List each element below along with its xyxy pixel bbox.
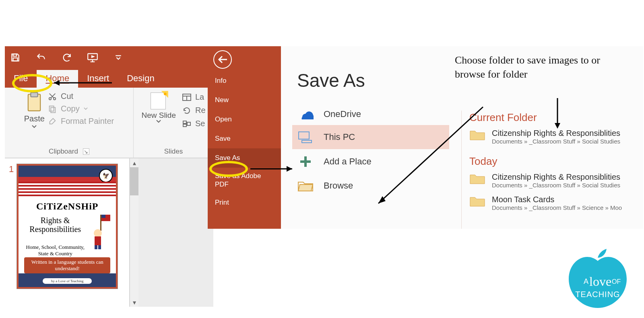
svg-rect-28 — [95, 236, 101, 245]
thumbnail-scrollbar[interactable]: ▴ ▾ — [130, 158, 138, 307]
slide-number: 1 — [9, 164, 14, 301]
cut-button[interactable]: Cut — [48, 92, 114, 101]
seal-icon: 🦅 — [99, 169, 113, 183]
chevron-down-icon[interactable] — [32, 125, 37, 128]
customize-qat-icon[interactable] — [111, 54, 126, 61]
layout-button[interactable]: La — [182, 92, 206, 102]
folder-item[interactable]: Moon Task Cards Documents » _Classroom S… — [469, 193, 622, 215]
ribbon-group-slides: New Slide La Re Se — [134, 88, 213, 158]
folder-item[interactable]: Citizenship Rights & Responsiblities Doc… — [469, 126, 622, 149]
onedrive-icon — [297, 109, 314, 119]
svg-rect-24 — [100, 215, 101, 231]
layout-icon — [182, 94, 191, 101]
svg-text:TEACHING: TEACHING — [575, 290, 620, 299]
reset-button[interactable]: Re — [182, 106, 206, 115]
chevron-down-icon[interactable] — [156, 120, 161, 123]
reset-icon — [182, 107, 191, 114]
flag-stripes — [19, 182, 116, 197]
tab-home[interactable]: Home — [37, 70, 78, 88]
tab-insert[interactable]: Insert — [78, 70, 118, 88]
onedrive-label: OneDrive — [324, 109, 361, 119]
folder-icon — [297, 180, 314, 192]
location-browse[interactable]: Browse — [292, 174, 449, 197]
svg-rect-1 — [13, 58, 18, 61]
backstage-new[interactable]: New — [208, 90, 281, 110]
svg-rect-23 — [187, 122, 190, 125]
backstage-save-as[interactable]: Save As — [208, 148, 281, 168]
slide-credit-text: by a Love of Teaching — [43, 278, 92, 284]
layout-label: La — [195, 92, 204, 102]
folder-icon — [469, 129, 485, 141]
backstage-save-adobe[interactable]: Save as Adobe PDF — [208, 168, 281, 193]
svg-rect-14 — [51, 107, 55, 113]
back-arrow-icon — [217, 55, 228, 64]
svg-rect-22 — [183, 124, 186, 127]
back-button[interactable] — [213, 50, 232, 69]
svg-rect-15 — [151, 93, 166, 109]
save-icon[interactable] — [8, 52, 23, 63]
ribbon: Paste Cut Copy Format Painte — [5, 88, 213, 158]
scroll-track[interactable] — [130, 195, 138, 298]
start-from-beginning-icon[interactable] — [85, 52, 100, 63]
svg-rect-13 — [50, 106, 54, 111]
slide-subtitle-text: Rights & Responsibilities — [23, 216, 88, 234]
tab-file[interactable]: File — [5, 70, 37, 88]
svg-rect-26 — [101, 215, 105, 218]
paste-label: Paste — [24, 114, 45, 123]
tab-design[interactable]: Design — [118, 70, 163, 88]
ribbon-tab-strip: File Home Insert Design — [5, 68, 213, 88]
saveas-divider — [461, 111, 462, 229]
svg-rect-30 — [98, 245, 101, 249]
svg-rect-29 — [95, 245, 97, 249]
svg-text:A: A — [584, 277, 588, 285]
slide-scope-text: Home, School, Community, State & Country — [23, 244, 88, 256]
scroll-thumb[interactable] — [130, 167, 138, 195]
watermark-logo: A love OF TEACHING — [564, 246, 632, 314]
scroll-down-icon[interactable]: ▾ — [130, 298, 138, 307]
folder-path: Documents » _Classroom Stuff » Science »… — [492, 204, 622, 211]
svg-rect-8 — [31, 92, 38, 97]
undo-icon[interactable] — [34, 52, 48, 63]
location-add-place[interactable]: Add a Place — [292, 149, 449, 174]
slide-title-text: CiTiZeNSHiP — [19, 201, 116, 212]
add-place-label: Add a Place — [324, 156, 372, 167]
slide-bottom-band: by a Love of Teaching — [19, 273, 116, 287]
section-button[interactable]: Se — [182, 119, 206, 128]
slide-blurb-text: Written in a language students can under… — [24, 257, 110, 273]
svg-point-17 — [164, 93, 167, 96]
slide-thumbnail[interactable]: 🦅 CiTiZeNSHiP Rights & Responsibilities … — [17, 164, 118, 289]
backstage-menu: Info New Open Save Save As Save as Adobe… — [208, 46, 281, 229]
paintbrush-icon — [48, 117, 57, 126]
location-onedrive[interactable]: OneDrive — [292, 103, 449, 125]
reset-label: Re — [195, 106, 206, 115]
folder-name: Citizenship Rights & Responsiblities — [492, 129, 620, 138]
ribbon-group-clipboard: Paste Cut Copy Format Painte — [5, 88, 134, 158]
flag-kid-clipart — [90, 214, 112, 250]
browse-label: Browse — [324, 181, 353, 191]
today-heading: Today — [469, 155, 622, 168]
svg-text:love: love — [589, 274, 611, 289]
copy-button[interactable]: Copy — [48, 104, 114, 113]
format-painter-label: Format Painter — [61, 117, 114, 126]
chevron-down-icon[interactable] — [84, 107, 88, 110]
redo-icon[interactable] — [60, 52, 74, 63]
new-slide-button[interactable]: New Slide — [141, 90, 176, 123]
this-pc-icon — [297, 131, 314, 144]
format-painter-button[interactable]: Format Painter — [48, 117, 114, 126]
dialog-launcher-icon[interactable]: ↘ — [83, 148, 89, 155]
backstage-save[interactable]: Save — [208, 129, 281, 148]
current-folder-heading: Current Folder — [469, 111, 622, 124]
location-this-pc[interactable]: This PC — [292, 125, 449, 149]
scroll-up-icon[interactable]: ▴ — [130, 158, 138, 167]
folder-item[interactable]: Citizenship Rights & Responsiblities Doc… — [469, 170, 622, 193]
quick-access-toolbar — [5, 46, 213, 68]
powerpoint-main-window: File Home Insert Design Paste Cut — [5, 46, 213, 308]
backstage-open[interactable]: Open — [208, 110, 281, 129]
folder-name: Citizenship Rights & Responsiblities — [492, 172, 620, 182]
section-icon — [182, 120, 191, 127]
backstage-info[interactable]: Info — [208, 71, 281, 90]
folder-icon — [469, 172, 485, 185]
backstage-print[interactable]: Print — [208, 193, 281, 212]
svg-point-27 — [94, 229, 102, 237]
paste-button[interactable]: Paste — [24, 92, 45, 128]
